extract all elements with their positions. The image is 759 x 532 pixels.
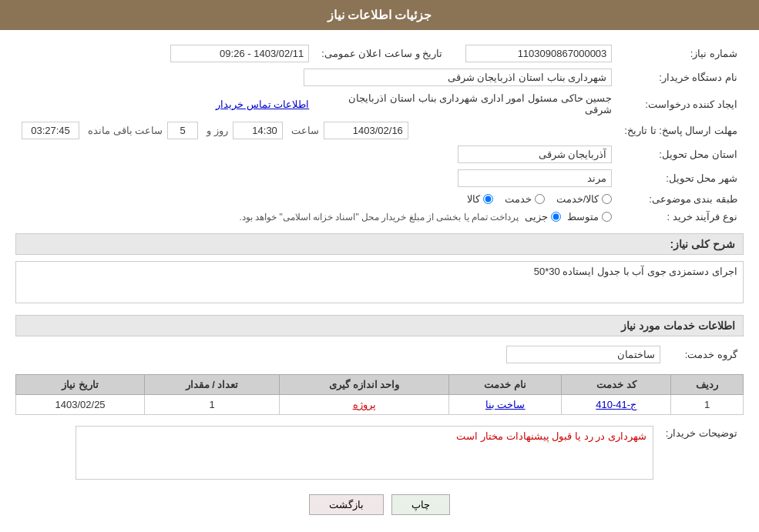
- service-group-table: گروه خدمت: ساختمان: [15, 343, 744, 366]
- page-wrapper: جزئیات اطلاعات نیاز شماره نیاز: 11030908…: [0, 0, 759, 532]
- buyer-notes-label: توضیحات خریدار:: [660, 423, 744, 483]
- announce-date-label: تاریخ و ساعت اعلان عمومی:: [315, 42, 448, 65]
- purchase-type-option-motavasset[interactable]: متوسط: [567, 211, 612, 223]
- print-button[interactable]: چاپ: [391, 494, 450, 515]
- category-radio-group: کالا/خدمت خدمت کالا: [22, 193, 612, 205]
- row-category: طبقه بندی موضوعی: کالا/خدمت خدمت کالا: [15, 190, 744, 208]
- col-quantity: تعداد / مقدار: [145, 375, 280, 395]
- content-area: شماره نیاز: 1103090867000003 تاریخ و ساع…: [0, 30, 759, 527]
- cell-quantity: 1: [145, 395, 280, 415]
- row-purchase-type: نوع فرآیند خرید : متوسط جزیی پرداخت تمام…: [15, 208, 744, 226]
- category-label: طبقه بندی موضوعی:: [618, 190, 744, 208]
- row-province: استان محل تحویل: آذربایجان شرقی: [15, 142, 744, 166]
- city-label: شهر محل تحویل:: [618, 166, 744, 190]
- city-value: مرند: [458, 169, 612, 187]
- header-row: ردیف کد خدمت نام خدمت واحد اندازه گیری ت…: [16, 375, 744, 395]
- cell-unit: پروژه: [279, 395, 448, 415]
- buyer-org-value: شهرداری بناب استان اذربایجان شرقی: [304, 69, 612, 86]
- announce-date-value: 1403/02/11 - 09:26: [170, 45, 309, 62]
- back-button[interactable]: بازگشت: [309, 494, 384, 515]
- need-number-label: شماره نیاز:: [618, 42, 744, 65]
- row-deadline: مهلت ارسال پاسخ: تا تاریخ: 1403/02/16 سا…: [15, 119, 744, 142]
- page-title: جزئیات اطلاعات نیاز: [327, 8, 432, 22]
- buyer-notes-value: شهرداری در رد یا قبول پیشنهادات مختار اس…: [82, 430, 646, 442]
- service-group-label: گروه خدمت:: [667, 343, 744, 366]
- buyer-notes-table: توضیحات خریدار: شهرداری در رد یا قبول پی…: [15, 423, 744, 483]
- row-creator: ایجاد کننده درخواست: جسین حاکی مسئول امو…: [15, 89, 744, 119]
- services-table-header: ردیف کد خدمت نام خدمت واحد اندازه گیری ت…: [16, 375, 744, 395]
- purchase-type-description: پرداخت تمام یا بخشی از مبلغ خریدار محل "…: [239, 212, 519, 223]
- cell-date: 1403/02/25: [16, 395, 145, 415]
- deadline-date: 1403/02/16: [324, 122, 408, 139]
- deadline-days: 5: [167, 122, 198, 139]
- deadline-time-label: ساعت: [291, 125, 319, 136]
- table-row: 1 ج-41-410 ساخت بنا پروژه 1 1403/02/25: [16, 395, 744, 415]
- buyer-org-label: نام دستگاه خریدار:: [618, 65, 744, 89]
- cell-row-num: 1: [671, 395, 744, 415]
- col-row-num: ردیف: [671, 375, 744, 395]
- contact-link[interactable]: اطلاعات تماس خریدار: [216, 99, 309, 110]
- creator-label: ایجاد کننده درخواست:: [618, 89, 744, 119]
- category-option-khedmat[interactable]: خدمت: [505, 193, 545, 205]
- need-description-value: اجرای دستمزدی جوی آب با جدول ایستاده 30*…: [534, 266, 737, 277]
- creator-value: جسین حاکی مسئول امور اداری شهرداری بناب …: [348, 92, 612, 115]
- services-table-body: 1 ج-41-410 ساخت بنا پروژه 1 1403/02/25: [16, 395, 744, 415]
- row-buyer-notes: توضیحات خریدار: شهرداری در رد یا قبول پی…: [15, 423, 744, 483]
- category-option-kala[interactable]: کالا: [467, 193, 493, 205]
- service-group-value: ساختمان: [506, 346, 660, 363]
- purchase-type-label: نوع فرآیند خرید :: [618, 208, 744, 226]
- row-service-group: گروه خدمت: ساختمان: [15, 343, 744, 366]
- cell-service-code[interactable]: ج-41-410: [562, 395, 671, 415]
- deadline-days-label: روز و: [207, 125, 228, 136]
- row-city: شهر محل تحویل: مرند: [15, 166, 744, 190]
- services-table: ردیف کد خدمت نام خدمت واحد اندازه گیری ت…: [15, 374, 744, 415]
- page-header: جزئیات اطلاعات نیاز: [0, 0, 759, 30]
- info-table: شماره نیاز: 1103090867000003 تاریخ و ساع…: [15, 42, 744, 226]
- province-value: آذربایجان شرقی: [458, 146, 612, 163]
- need-number-value: 1103090867000003: [465, 45, 612, 62]
- deadline-remaining-label: ساعت باقی مانده: [88, 125, 163, 136]
- need-description-area: اجرای دستمزدی جوی آب با جدول ایستاده 30*…: [15, 261, 744, 306]
- cell-service-name[interactable]: ساخت بنا: [449, 395, 562, 415]
- row-need-number: شماره نیاز: 1103090867000003 تاریخ و ساع…: [15, 42, 744, 65]
- deadline-label: مهلت ارسال پاسخ: تا تاریخ:: [618, 119, 744, 142]
- col-service-name: نام خدمت: [449, 375, 562, 395]
- province-label: استان محل تحویل:: [618, 142, 744, 166]
- col-unit: واحد اندازه گیری: [279, 375, 448, 395]
- col-service-code: کد خدمت: [562, 375, 671, 395]
- deadline-remaining: 03:27:45: [22, 122, 79, 139]
- category-option-kala-khedmat[interactable]: کالا/خدمت: [556, 193, 613, 205]
- button-row: چاپ بازگشت: [15, 494, 744, 515]
- col-date: تاریخ نیاز: [16, 375, 145, 395]
- purchase-type-option-jozi[interactable]: جزیی: [525, 211, 561, 223]
- services-section-title: اطلاعات خدمات مورد نیاز: [15, 315, 744, 336]
- deadline-time: 14:30: [233, 122, 283, 139]
- row-buyer-org: نام دستگاه خریدار: شهرداری بناب استان اذ…: [15, 65, 744, 89]
- need-description-section-title: شرح کلی نیاز:: [15, 233, 744, 255]
